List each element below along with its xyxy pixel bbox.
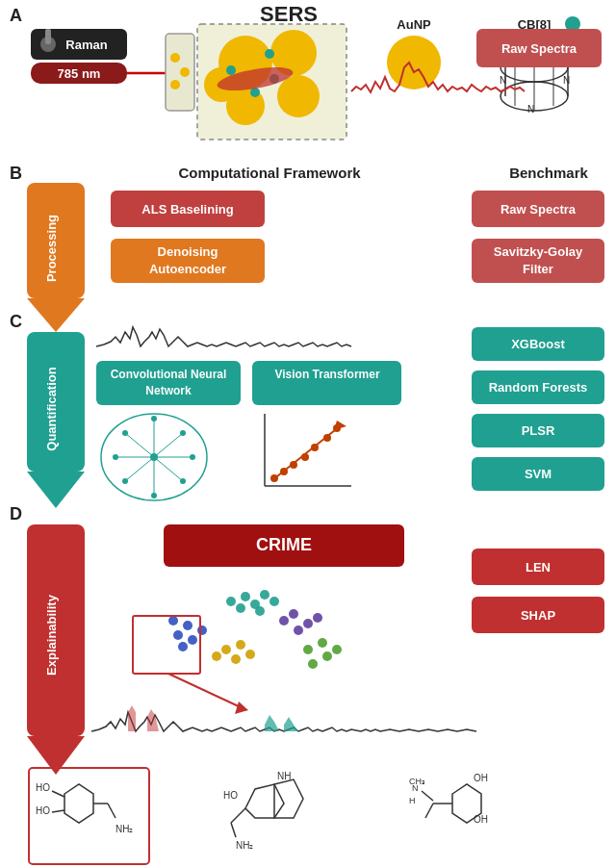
svg-point-58 [178,642,188,651]
denoising-label1: Denoising [158,244,218,259]
svg-point-26 [122,478,128,484]
svg-point-69 [332,645,342,654]
svg-point-53 [313,613,322,623]
svg-point-43 [241,592,250,601]
raman-icon-stem [45,29,51,44]
vit-scatter [265,414,351,486]
nanoparticle-sm3 [170,80,180,89]
raw-spectra-label: Raw Spectra [500,202,577,217]
np3 [277,75,320,117]
xgboost-label: XGBoost [511,337,565,351]
svg-point-54 [183,621,192,630]
svg-line-72 [52,791,64,797]
cnn-label1: Convolutional Neural [111,368,227,381]
main-container: SERS A Raman 785 nm [0,0,616,868]
svg-text:HO: HO [36,805,50,816]
svg-text:H: H [409,796,416,805]
peak-highlight4 [284,717,298,731]
highlight-arrowhead [235,702,248,714]
svg-point-63 [231,654,241,664]
c-label: C [10,312,22,331]
quantification-arrow: Quantification [27,332,85,508]
highlight-arrow [168,674,241,707]
svg-point-62 [245,650,255,659]
svg-point-47 [270,597,279,606]
svg-point-52 [303,619,313,628]
raman-label: Raman [65,38,107,52]
svg-point-50 [289,609,298,619]
svg-text:OH: OH [474,773,488,783]
explainability-arrow: Explainability [27,524,85,775]
svg-point-23 [151,493,157,498]
svg-marker-70 [64,784,93,823]
nanoparticle-sm1 [170,53,180,63]
molecule2: NH HO NH₂ [223,771,303,851]
cf-header: Computational Framework [178,165,361,181]
savitzky-label1: Savitzky-Golay [494,244,583,259]
svg-point-28 [150,453,158,461]
svg-text:NH: NH [277,771,291,781]
svg-line-84 [231,823,236,837]
svg-point-44 [236,603,245,613]
benchmark-header: Benchmark [509,165,588,181]
svg-text:N: N [563,75,570,86]
svg-point-60 [221,645,231,654]
svg-line-76 [108,804,116,818]
svg-point-64 [212,651,221,661]
svg-point-68 [308,659,318,669]
svg-line-38 [272,426,340,480]
cnn-label2: Network [145,384,192,397]
svg-marker-12 [27,298,85,332]
svg-line-83 [231,808,245,823]
svg-point-56 [188,635,197,645]
als-label: ALS Baselining [141,202,233,217]
cluster-plot [168,590,342,669]
svg-point-59 [197,625,207,635]
svg-line-93 [422,791,433,801]
svg-point-51 [294,625,303,635]
svg-line-90 [425,804,433,818]
svg-point-61 [236,640,245,650]
svg-point-25 [180,430,186,436]
diagram-svg: SERS A Raman 785 nm [0,0,616,868]
svg-text:N: N [527,104,534,115]
explainability-label: Explainability [44,594,59,676]
vit-label1: Vision Transformer [274,368,379,381]
svg-point-49 [279,616,289,625]
svg-marker-79 [245,784,284,818]
svg-point-66 [318,638,327,648]
svg-point-46 [260,590,270,600]
svg-text:HO: HO [36,782,50,793]
nanoparticle-sm2 [180,67,190,77]
quantification-label: Quantification [44,367,59,450]
spectra-d [91,705,476,731]
wavelength-label: 785 nm [58,66,101,81]
denoising-label2: Autoencoder [149,262,226,276]
shap-label: SHAP [521,608,555,623]
svg-point-22 [151,416,157,421]
svg-point-67 [322,651,332,661]
svg-point-24 [122,430,128,436]
sers-title: SERS [260,2,318,26]
svg-text:OH: OH [474,814,488,825]
svg-point-65 [303,645,313,654]
svg-point-21 [190,454,195,460]
svg-point-57 [168,616,178,625]
plsr-label: PLSR [522,423,555,438]
svm-label: SVM [525,467,552,481]
peak-highlight1 [128,705,136,731]
peak-highlight2 [147,709,159,731]
spectra-c-line [96,327,351,346]
connector4 [226,65,236,75]
peak-highlight3 [265,715,279,731]
svg-point-48 [255,606,265,616]
processing-arrow: Processing [27,183,85,332]
connector1 [265,49,274,59]
crime-label: CRIME [256,535,312,554]
svg-line-74 [52,810,64,812]
svg-point-42 [226,597,236,606]
svg-marker-14 [27,472,85,508]
svg-point-27 [180,478,186,484]
raw-spectra-label-top: Raw Spectra [501,41,578,56]
a-label: A [10,6,22,25]
